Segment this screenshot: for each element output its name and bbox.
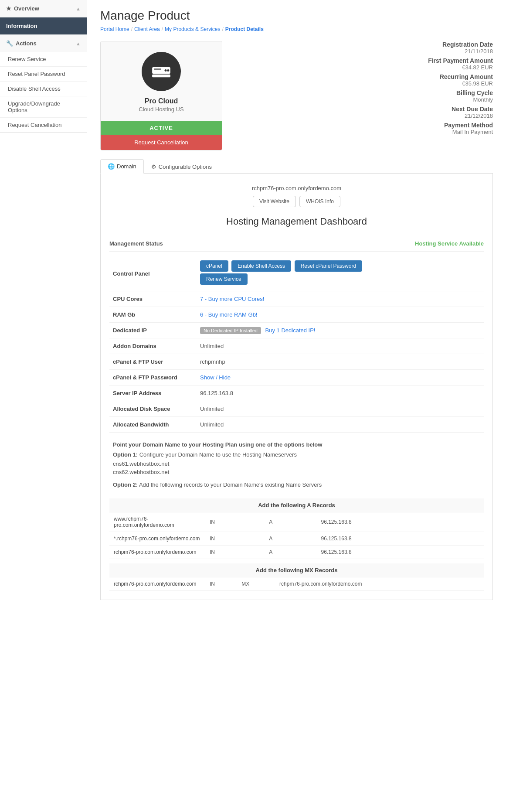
mx-record-value-1: rchpm76-pro.com.onlyfordemo.com [275, 577, 484, 591]
product-status: ACTIVE [101, 121, 222, 135]
nameserver-1: cns61.webhostbox.net [109, 460, 484, 468]
product-card: Pro Cloud Cloud Hosting US ACTIVE Reques… [100, 41, 222, 150]
cancel-button[interactable]: Request Cancellation [101, 135, 222, 150]
first-payment-value: €34.82 EUR [235, 64, 493, 71]
svg-rect-1 [152, 75, 170, 78]
a-record-class-2: IN [205, 532, 265, 546]
server-icon [150, 61, 172, 82]
server-ip-row: Server IP Address 96.125.163.8 [109, 386, 484, 401]
tabs-row: 🌐 Domain ⚙ Configurable Options [100, 159, 493, 174]
show-hide-password-link[interactable]: Show / Hide [200, 374, 231, 381]
mx-record-class-1: IN [205, 577, 237, 591]
sidebar-item-disable-shell-access[interactable]: Disable Shell Access [0, 82, 87, 96]
payment-method-label: Payment Method [235, 122, 493, 129]
cpanel-ftp-password-row: cPanel & FTP Password Show / Hide [109, 370, 484, 386]
sidebar-item-request-cancellation[interactable]: Request Cancellation [0, 118, 87, 133]
sidebar-actions-header[interactable]: 🔧Actions ▲ [0, 35, 87, 52]
breadcrumb: Portal Home / Client Area / My Products … [100, 26, 493, 32]
control-panel-label: Control Panel [109, 256, 197, 291]
breadcrumb-client-area[interactable]: Client Area [134, 26, 160, 32]
domain-buttons: Visit Website WHOIS Info [109, 196, 484, 207]
option1-title: Option 1: Configure your Domain Name to … [109, 450, 484, 460]
ram-gb-row: RAM Gb 6 - Buy more RAM Gb! [109, 307, 484, 323]
mx-record-type-1: MX [237, 577, 275, 591]
details-table: Control Panel cPanel Enable Shell Access… [109, 256, 484, 433]
renew-service-button[interactable]: Renew Service [200, 273, 248, 285]
cpanel-ftp-password-label: cPanel & FTP Password [109, 370, 197, 386]
ram-gb-link[interactable]: 6 - Buy more RAM Gb! [200, 311, 257, 318]
sidebar-information-label: Information [6, 23, 37, 29]
addon-domains-row: Addon Domains Unlimited [109, 338, 484, 354]
mx-records-title: Add the following MX Records [109, 563, 484, 577]
addon-domains-value: Unlimited [197, 338, 484, 354]
a-record-class-3: IN [205, 546, 265, 559]
sidebar-item-renew-service[interactable]: Renew Service [0, 52, 87, 67]
a-record-row-1: www.rchpm76-pro.com.onlyfordemo.com IN A… [109, 512, 484, 532]
globe-icon: 🌐 [108, 163, 115, 170]
tab-content: rchpm76-pro.com.onlyfordemo.com Visit We… [100, 174, 493, 600]
sidebar: ★Overview ▲ Information 🔧Actions ▲ Renew… [0, 0, 87, 812]
buy-dedicated-ip-link[interactable]: Buy 1 Dedicated IP! [265, 327, 316, 334]
recurring-amount-label: Recurring Amount [235, 73, 493, 80]
a-record-value-1: 96.125.163.8 [317, 512, 484, 532]
svg-point-2 [165, 69, 167, 72]
nameserver-2: cns62.webhostbox.net [109, 468, 484, 476]
mx-record-host-1: rchpm76-pro.com.onlyfordemo.com [109, 577, 205, 591]
a-record-row-3: rchpm76-pro.com.onlyfordemo.com IN A 96.… [109, 546, 484, 559]
addon-domains-label: Addon Domains [109, 338, 197, 354]
next-due-value: 21/12/2018 [235, 113, 493, 119]
domain-pointer-title: Point your Domain Name to your Hosting P… [109, 437, 484, 450]
main-content: Manage Product Portal Home / Client Area… [87, 0, 506, 812]
tab-domain[interactable]: 🌐 Domain [100, 159, 144, 174]
cpu-cores-link[interactable]: 7 - Buy more CPU Cores! [200, 296, 264, 302]
sidebar-item-upgrade-downgrade[interactable]: Upgrade/Downgrade Options [0, 96, 87, 118]
a-records-title: Add the following A Records [109, 498, 484, 512]
ram-gb-label: RAM Gb [109, 307, 197, 323]
enable-shell-button[interactable]: Enable Shell Access [231, 260, 291, 272]
a-record-class-1: IN [205, 512, 265, 532]
control-panel-buttons: cPanel Enable Shell Access Reset cPanel … [197, 256, 484, 291]
registration-date-value: 21/11/2018 [235, 48, 493, 55]
control-panel-row: Control Panel cPanel Enable Shell Access… [109, 256, 484, 291]
bandwidth-label: Allocated Bandwidth [109, 417, 197, 433]
dashboard-title: Hosting Management Dashboard [109, 216, 484, 227]
page-title: Manage Product [100, 9, 493, 23]
recurring-amount-value: €35.98 EUR [235, 80, 493, 87]
domain-name: rchpm76-pro.com.onlyfordemo.com [109, 182, 484, 191]
dedicated-ip-value: No Dedicated IP Installed Buy 1 Dedicate… [197, 323, 484, 338]
mx-records-table: rchpm76-pro.com.onlyfordemo.com IN MX rc… [109, 577, 484, 591]
cpanel-ftp-user-row: cPanel & FTP User rchpmnhp [109, 354, 484, 370]
breadcrumb-portal-home[interactable]: Portal Home [100, 26, 129, 32]
top-section: Pro Cloud Cloud Hosting US ACTIVE Reques… [100, 41, 493, 150]
reset-cpanel-button[interactable]: Reset cPanel Password [295, 260, 362, 272]
a-record-type-1: A [265, 512, 316, 532]
overview-chevron: ▲ [76, 6, 81, 11]
sidebar-item-reset-panel-password[interactable]: Reset Panel Password [0, 67, 87, 82]
breadcrumb-my-products[interactable]: My Products & Services [165, 26, 220, 32]
server-ip-label: Server IP Address [109, 386, 197, 401]
a-records-table: www.rchpm76-pro.com.onlyfordemo.com IN A… [109, 512, 484, 559]
dedicated-ip-row: Dedicated IP No Dedicated IP Installed B… [109, 323, 484, 338]
visit-website-button[interactable]: Visit Website [253, 196, 296, 207]
whois-info-button[interactable]: WHOIS Info [299, 196, 340, 207]
cpanel-ftp-user-value: rchpmnhp [197, 354, 484, 370]
dedicated-ip-label: Dedicated IP [109, 323, 197, 338]
gears-icon: ⚙ [151, 164, 156, 170]
ram-gb-value: 6 - Buy more RAM Gb! [197, 307, 484, 323]
a-records-section: Add the following A Records www.rchpm76-… [109, 498, 484, 559]
a-record-value-3: 96.125.163.8 [317, 546, 484, 559]
cpu-cores-value: 7 - Buy more CPU Cores! [197, 291, 484, 307]
cpanel-button[interactable]: cPanel [200, 260, 228, 272]
billing-cycle-label: Billing Cycle [235, 89, 493, 96]
sidebar-information-header[interactable]: Information [0, 17, 87, 34]
a-record-type-2: A [265, 532, 316, 546]
tab-configurable[interactable]: ⚙ Configurable Options [144, 159, 219, 174]
sidebar-overview-header[interactable]: ★Overview ▲ [0, 0, 87, 17]
management-status-label: Management Status [109, 240, 163, 247]
product-icon [142, 52, 181, 91]
sidebar-overview-label: Overview [14, 5, 39, 12]
bandwidth-value: Unlimited [197, 417, 484, 433]
cpanel-ftp-user-label: cPanel & FTP User [109, 354, 197, 370]
no-dedicated-ip-badge: No Dedicated IP Installed [200, 327, 261, 334]
svg-rect-4 [154, 68, 161, 70]
